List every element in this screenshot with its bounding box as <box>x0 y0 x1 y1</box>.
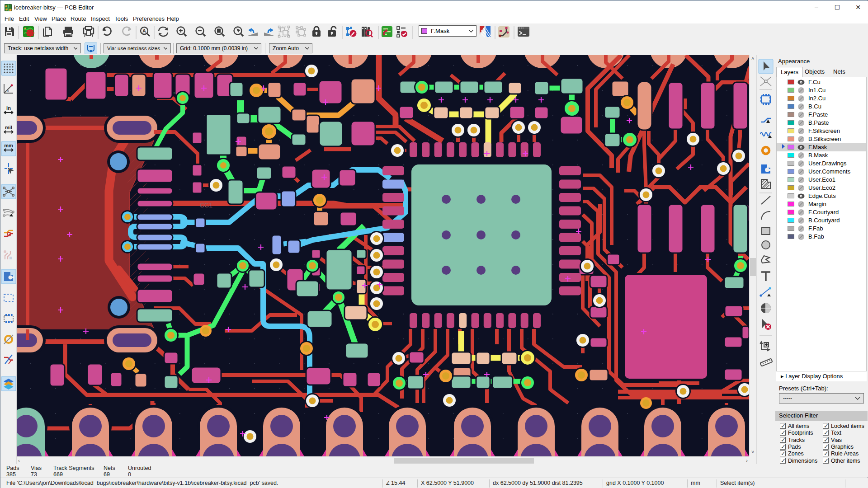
svg-text:mil: mil <box>5 125 12 130</box>
svg-text:mm: mm <box>4 143 13 148</box>
svg-text:in: in <box>6 105 11 111</box>
svg-text:θ: θ <box>7 89 9 93</box>
svg-text:A: A <box>142 28 146 33</box>
svg-text:CC1: CC1 <box>200 202 212 209</box>
